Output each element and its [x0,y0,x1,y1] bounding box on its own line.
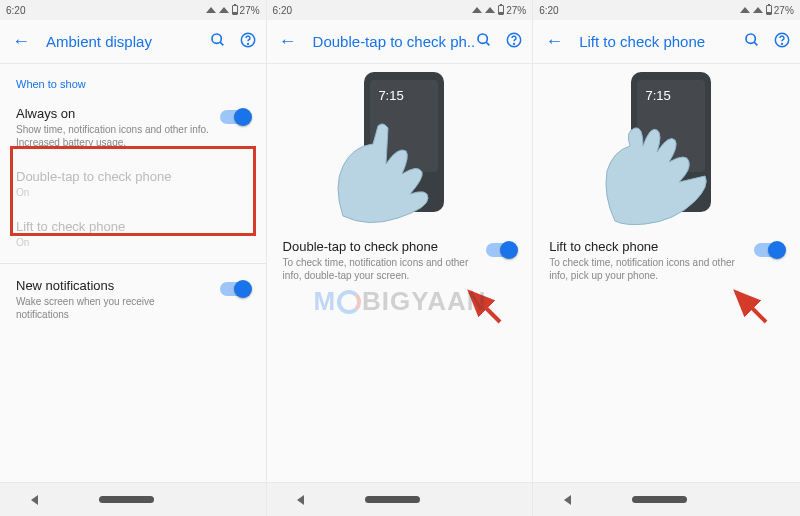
setting-subtitle: On [16,236,250,249]
illustration-hand [328,116,448,226]
battery-indicator: 27% [232,5,260,16]
nav-home-pill[interactable] [632,496,687,503]
battery-percent: 27% [506,5,526,16]
battery-percent: 27% [774,5,794,16]
back-button[interactable]: ← [543,31,565,52]
setting-title: New notifications [16,278,210,293]
divider [0,263,266,264]
panel-double-tap: 6:20 27% ← Double-tap to check ph.. [267,0,534,516]
app-bar: ← Ambient display [0,20,266,64]
nav-home-pill[interactable] [365,496,420,503]
illustration-double-tap: 7:15 [267,64,533,229]
help-icon[interactable] [240,32,256,51]
back-button[interactable]: ← [277,31,299,52]
toggle-new-notifications[interactable] [220,282,250,296]
svg-point-11 [781,44,782,45]
page-title: Lift to check phone [579,33,744,50]
wifi-icon [206,7,216,13]
content: 7:15 Double-tap to check phone To check … [267,64,533,482]
setting-new-notifications[interactable]: New notifications Wake screen when you r… [0,268,266,331]
setting-subtitle: Show time, notification icons and other … [16,123,210,149]
battery-indicator: 27% [766,5,794,16]
svg-point-7 [514,44,515,45]
status-time: 6:20 [273,5,292,16]
page-title: Double-tap to check ph.. [313,33,477,50]
nav-bar [267,482,533,516]
illustration-phone-time: 7:15 [645,88,670,103]
nav-back-icon[interactable] [564,495,571,505]
app-bar: ← Double-tap to check ph.. [267,20,533,64]
help-icon[interactable] [774,32,790,51]
page-title: Ambient display [46,33,210,50]
battery-percent: 27% [240,5,260,16]
status-time: 6:20 [6,5,25,16]
help-icon[interactable] [506,32,522,51]
battery-indicator: 27% [498,5,526,16]
setting-subtitle: Wake screen when you receive notificatio… [16,295,210,321]
svg-point-3 [247,44,248,45]
search-icon[interactable] [476,32,492,51]
setting-subtitle: On [16,186,250,199]
status-bar: 6:20 27% [533,0,800,20]
wifi-icon [472,7,482,13]
settings-list: When to show Always on Show time, notifi… [0,64,266,482]
section-header-when-to-show: When to show [0,64,266,96]
content: 7:15 Lift to check phone To check time, … [533,64,800,482]
svg-point-4 [478,34,487,43]
wifi-icon [740,7,750,13]
setting-lift-toggle[interactable]: Lift to check phone To check time, notif… [533,229,800,292]
setting-lift[interactable]: Lift to check phone On [0,209,266,259]
svg-line-5 [486,42,489,45]
svg-point-0 [212,34,221,43]
signal-icon [753,7,763,13]
illustration-phone-time: 7:15 [378,88,403,103]
battery-icon [766,5,772,15]
illustration-lift: 7:15 [533,64,800,229]
panel-ambient-display: 6:20 27% ← Ambient display [0,0,267,516]
setting-title: Double-tap to check phone [16,169,250,184]
app-bar: ← Lift to check phone [533,20,800,64]
status-bar: 6:20 27% [0,0,266,20]
svg-line-1 [220,42,223,45]
nav-back-icon[interactable] [31,495,38,505]
battery-icon [498,5,504,15]
signal-icon [485,7,495,13]
signal-icon [219,7,229,13]
battery-icon [232,5,238,15]
search-icon[interactable] [210,32,226,51]
nav-home-pill[interactable] [99,496,154,503]
setting-title: Lift to check phone [16,219,250,234]
svg-line-9 [754,42,757,45]
setting-title: Always on [16,106,210,121]
toggle-always-on[interactable] [220,110,250,124]
setting-title: Lift to check phone [549,239,744,254]
setting-subtitle: To check time, notification icons and ot… [549,256,744,282]
status-time: 6:20 [539,5,558,16]
setting-double-tap-toggle[interactable]: Double-tap to check phone To check time,… [267,229,533,292]
back-button[interactable]: ← [10,31,32,52]
toggle-lift[interactable] [754,243,784,257]
nav-back-icon[interactable] [297,495,304,505]
setting-always-on[interactable]: Always on Show time, notification icons … [0,96,266,159]
setting-double-tap[interactable]: Double-tap to check phone On [0,159,266,209]
toggle-double-tap[interactable] [486,243,516,257]
svg-point-8 [746,34,755,43]
nav-bar [533,482,800,516]
search-icon[interactable] [744,32,760,51]
panel-lift: 6:20 27% ← Lift to check phone [533,0,800,516]
illustration-hand [595,116,715,226]
status-bar: 6:20 27% [267,0,533,20]
setting-subtitle: To check time, notification icons and ot… [283,256,477,282]
nav-bar [0,482,266,516]
setting-title: Double-tap to check phone [283,239,477,254]
